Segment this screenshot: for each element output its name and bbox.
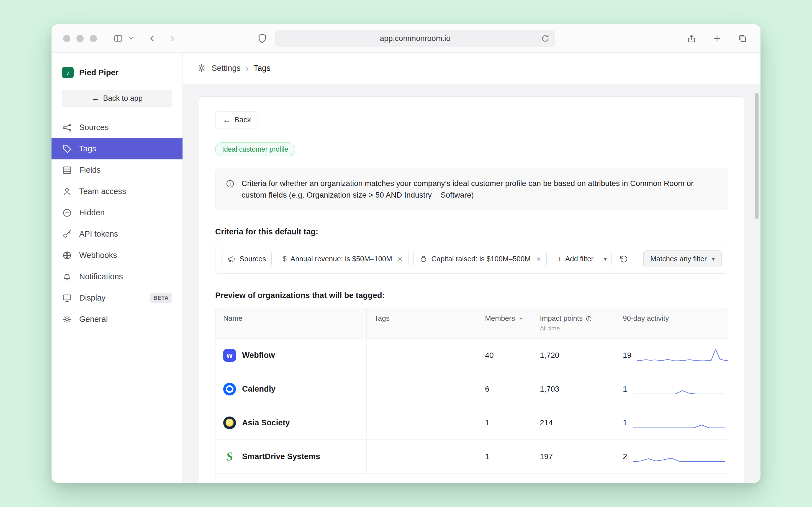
breadcrumb: Settings › Tags [183, 53, 760, 83]
org-members: 6 [477, 372, 532, 406]
sidebar-item-label: Sources [79, 123, 109, 132]
table-row[interactable]: ♌ Asia Society 1 214 1 [215, 406, 728, 440]
tab-overview-chevron-icon[interactable] [124, 32, 137, 45]
sidebar-item-tags[interactable]: Tags [52, 138, 183, 159]
tab-overview-icon[interactable] [736, 32, 749, 45]
filter-pill-label: Capital raised: is $100M–500M [432, 255, 530, 263]
info-icon[interactable] [586, 316, 592, 322]
smartdrive-logo: S [223, 450, 236, 463]
plus-icon: + [557, 255, 562, 263]
sidebar-item-general[interactable]: General [52, 308, 183, 330]
sidebar-item-notifications[interactable]: Notifications [52, 266, 183, 287]
filter-pill-annual-revenue[interactable]: $ Annual revenue: is $50M–100M × [277, 251, 408, 267]
gear-icon [62, 315, 72, 324]
org-activity-count: 19 [623, 351, 631, 360]
table-row[interactable]: S SmartDrive Systems 1 197 2 [215, 440, 728, 473]
sidebar-item-webhooks[interactable]: Webhooks [52, 245, 183, 266]
breadcrumb-separator-icon: › [246, 63, 249, 73]
column-header-members[interactable]: Members [477, 308, 532, 338]
globe-icon [62, 250, 72, 261]
sidebar-nav: Sources Tags Fields [52, 117, 183, 330]
org-tags-cell [367, 406, 477, 440]
sidebar-toggle-icon[interactable] [112, 32, 124, 45]
filter-pill-capital-raised[interactable]: Capital raised: is $100M–500M × [413, 251, 547, 267]
org-tags-cell [367, 338, 477, 372]
traffic-lights [63, 35, 97, 42]
sidebar-item-label: Team access [79, 187, 126, 196]
add-filter-caret[interactable]: ▾ [599, 251, 611, 267]
activity-sparkline [632, 416, 725, 430]
filter-pill-label: Annual revenue: is $50M–100M [291, 255, 392, 263]
org-impact-points: 197 [532, 440, 615, 473]
new-tab-icon[interactable] [711, 32, 723, 45]
close-window-button[interactable] [63, 35, 70, 42]
activity-sparkline [637, 348, 728, 362]
sidebar-item-sources[interactable]: Sources [52, 117, 183, 138]
settings-sidebar: ♪ Pied Piper ← Back to app Sources [52, 53, 183, 483]
privacy-shield-icon[interactable] [257, 33, 268, 44]
browser-window: app.commonroom.io ♪ Pied Piper [52, 24, 760, 483]
back-nav-icon[interactable] [146, 32, 158, 45]
info-text: Criteria for whether an organization mat… [242, 178, 712, 201]
workspace-logo: ♪ [62, 67, 74, 78]
workspace-header[interactable]: ♪ Pied Piper [52, 64, 183, 81]
remove-filter-icon[interactable]: × [398, 255, 403, 263]
sidebar-item-label: Display [79, 293, 105, 302]
org-members: 1 [477, 440, 532, 473]
back-to-app-button[interactable]: ← Back to app [62, 90, 172, 107]
sidebar-item-label: Tags [79, 144, 96, 153]
impact-subheader: All time [540, 325, 592, 332]
org-tags-cell [367, 440, 477, 473]
sidebar-item-hidden[interactable]: Hidden [52, 202, 183, 223]
org-name: Asia Society [242, 418, 290, 427]
table-row[interactable]: Calendly 6 1,703 1 [215, 372, 728, 406]
reset-filters-button[interactable] [616, 252, 631, 266]
sidebar-item-fields[interactable]: Fields [52, 159, 183, 181]
sidebar-item-label: Fields [79, 166, 101, 175]
add-filter-split-button: + Add filter ▾ [552, 251, 611, 267]
share-icon[interactable] [685, 32, 698, 45]
url-bar[interactable]: app.commonroom.io [275, 30, 555, 47]
ideal-customer-profile-pill[interactable]: Ideal customer profile [215, 142, 295, 156]
scrollbar-thumb[interactable] [755, 93, 759, 219]
org-activity-count: 2 [623, 452, 627, 461]
workspace-name: Pied Piper [79, 68, 118, 77]
money-bag-icon [419, 255, 427, 263]
undo-icon [619, 255, 628, 264]
sources-icon [62, 123, 72, 132]
address-bar-group: app.commonroom.io [257, 30, 555, 47]
minimize-window-button[interactable] [77, 35, 84, 42]
sidebar-item-team-access[interactable]: Team access [52, 181, 183, 202]
person-icon [62, 186, 72, 196]
column-header-tags: Tags [367, 308, 477, 338]
org-members: 40 [477, 338, 532, 372]
back-arrow-icon: ← [223, 116, 231, 124]
calendly-logo [223, 383, 236, 395]
history-nav [146, 32, 179, 45]
tag-detail-card: ← Back Ideal customer profile Criteria f… [199, 96, 745, 483]
table-row[interactable]: w Webflow 40 1,720 19 [215, 338, 728, 372]
sidebar-item-api-tokens[interactable]: API tokens [52, 223, 183, 245]
activity-sparkline [632, 382, 725, 396]
settings-content: ← Back Ideal customer profile Criteria f… [183, 83, 760, 483]
zoom-window-button[interactable] [90, 35, 97, 42]
match-mode-dropdown[interactable]: Matches any filter ▾ [643, 250, 722, 267]
activity-sparkline [632, 449, 725, 464]
column-header-activity: 90-day activity [615, 308, 728, 338]
back-button[interactable]: ← Back [215, 112, 258, 128]
url-text: app.commonroom.io [380, 34, 450, 43]
reload-icon[interactable] [541, 34, 550, 43]
breadcrumb-settings[interactable]: Settings [212, 64, 241, 73]
fields-icon [62, 165, 72, 175]
sidebar-item-display[interactable]: Display BETA [52, 287, 183, 308]
forward-nav-icon[interactable] [166, 32, 179, 45]
preview-label: Preview of organizations that will be ta… [215, 291, 728, 300]
info-icon [225, 179, 235, 188]
remove-filter-icon[interactable]: × [536, 255, 541, 263]
bell-icon [62, 272, 72, 282]
sidebar-item-label: Hidden [79, 208, 105, 217]
settings-gear-icon [197, 63, 207, 73]
org-activity-count: 1 [623, 385, 627, 394]
sources-filter-button[interactable]: Sources [221, 251, 272, 267]
add-filter-button[interactable]: + Add filter [552, 251, 599, 267]
